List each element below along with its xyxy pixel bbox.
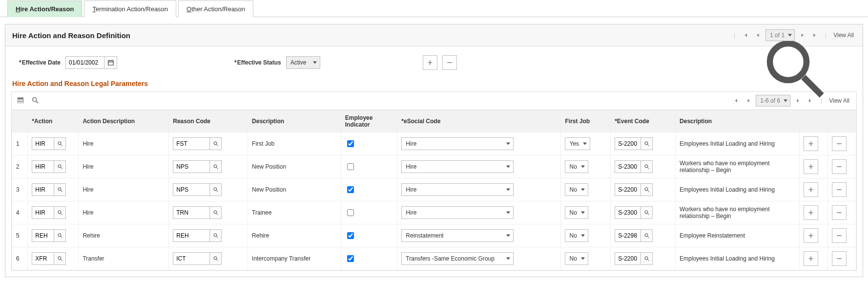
first-job-select[interactable]: No (565, 183, 588, 196)
first-job-select[interactable]: Yes (565, 137, 590, 150)
lookup-icon[interactable] (54, 160, 66, 173)
lookup-icon[interactable] (54, 137, 66, 150)
reason-input[interactable] (173, 229, 210, 242)
effective-status-select[interactable]: Active (286, 56, 320, 69)
grid-first-page-icon[interactable] (730, 96, 740, 106)
add-header-row-button[interactable] (423, 55, 437, 70)
add-row-button[interactable] (804, 205, 818, 220)
reason-input[interactable] (173, 137, 210, 150)
col-event-code[interactable]: *Event Code (611, 110, 676, 132)
calendar-icon[interactable] (104, 56, 117, 69)
add-row-button[interactable] (804, 136, 818, 151)
lookup-icon[interactable] (54, 206, 66, 219)
lookup-icon[interactable] (210, 160, 222, 173)
action-input[interactable] (32, 206, 54, 219)
action-input[interactable] (32, 229, 54, 242)
lookup-icon[interactable] (54, 252, 66, 265)
col-reason[interactable]: Reason Code (169, 110, 248, 132)
delete-row-button[interactable] (832, 205, 847, 220)
add-row-button[interactable] (804, 251, 818, 266)
event-code-input[interactable] (615, 229, 641, 242)
lookup-icon[interactable] (641, 137, 653, 150)
prev-page-icon[interactable] (753, 30, 763, 40)
col-first-job[interactable]: First Job (561, 110, 611, 132)
lookup-icon[interactable] (641, 183, 653, 196)
reason-input[interactable] (173, 160, 210, 173)
esocial-select[interactable]: Hire (401, 160, 514, 173)
reason-input[interactable] (173, 252, 210, 265)
add-row-button[interactable] (804, 159, 818, 174)
event-code-input[interactable] (615, 252, 641, 265)
col-esocial[interactable]: *eSocial Code (397, 110, 561, 132)
tab-other-action[interactable]: Other Action/Reason (178, 0, 253, 17)
action-input[interactable] (32, 137, 54, 150)
last-page-icon[interactable] (810, 30, 820, 40)
lookup-icon[interactable] (641, 252, 653, 265)
view-all-link[interactable]: View All (831, 32, 856, 39)
delete-row-button[interactable] (832, 136, 847, 151)
delete-row-button[interactable] (832, 159, 847, 174)
lookup-icon[interactable] (210, 206, 222, 219)
employee-indicator-checkbox[interactable] (347, 140, 354, 147)
esocial-select[interactable]: Transfers -Same Economic Group (401, 252, 514, 265)
col-event-desc[interactable]: Description (676, 110, 800, 132)
first-job-select[interactable]: No (565, 252, 588, 265)
lookup-icon[interactable] (641, 160, 653, 173)
lookup-icon[interactable] (54, 229, 66, 242)
esocial-select[interactable]: Hire (401, 183, 514, 196)
first-job-select[interactable]: No (565, 229, 588, 242)
col-emp-ind[interactable]: Employee Indicator (341, 110, 397, 132)
tab-termination-action[interactable]: Termination Action/Reason (84, 0, 176, 17)
employee-indicator-checkbox[interactable] (347, 232, 354, 239)
page-range-select[interactable]: 1 of 1 (765, 29, 795, 41)
lookup-icon[interactable] (210, 229, 222, 242)
add-row-button[interactable] (804, 182, 818, 197)
grid-settings-icon[interactable] (17, 96, 24, 106)
grid-next-page-icon[interactable] (793, 96, 803, 106)
event-code-input[interactable] (615, 160, 641, 173)
first-page-icon[interactable] (740, 30, 750, 40)
lookup-icon[interactable] (641, 206, 653, 219)
col-action-desc[interactable]: Action Description (79, 110, 169, 132)
action-desc-cell: Hire (79, 155, 169, 178)
search-icon[interactable] (721, 31, 729, 39)
lookup-icon[interactable] (210, 183, 222, 196)
col-action[interactable]: *Action (28, 110, 79, 132)
lookup-icon[interactable] (54, 183, 66, 196)
effective-date-input[interactable] (65, 56, 104, 69)
remove-header-row-button[interactable] (442, 55, 457, 70)
delete-row-button[interactable] (832, 251, 847, 266)
grid-view-all-link[interactable]: View All (827, 97, 851, 104)
event-code-input[interactable] (615, 206, 641, 219)
lookup-icon[interactable] (210, 252, 222, 265)
reason-lookup (173, 252, 244, 265)
grid-range-select[interactable]: 1-6 of 6 (756, 95, 790, 107)
grid-last-page-icon[interactable] (806, 96, 816, 106)
employee-indicator-checkbox[interactable] (347, 209, 354, 216)
reason-input[interactable] (173, 206, 210, 219)
esocial-select[interactable]: Hire (401, 206, 514, 219)
action-input[interactable] (32, 183, 54, 196)
esocial-select[interactable]: Hire (401, 137, 514, 150)
grid-prev-page-icon[interactable] (743, 96, 753, 106)
event-code-input[interactable] (615, 137, 641, 150)
delete-row-button[interactable] (832, 228, 847, 243)
col-desc[interactable]: Description (248, 110, 341, 132)
employee-indicator-checkbox[interactable] (347, 163, 354, 170)
tab-hire-action[interactable]: Hire Action/Reason (7, 0, 82, 17)
first-job-select[interactable]: No (565, 206, 588, 219)
first-job-select[interactable]: No (565, 160, 588, 173)
action-input[interactable] (32, 160, 54, 173)
delete-row-button[interactable] (832, 182, 847, 197)
reason-input[interactable] (173, 183, 210, 196)
grid-search-icon[interactable] (31, 96, 39, 106)
lookup-icon[interactable] (210, 137, 222, 150)
lookup-icon[interactable] (641, 229, 653, 242)
employee-indicator-checkbox[interactable] (347, 255, 354, 262)
add-row-button[interactable] (804, 228, 818, 243)
action-input[interactable] (32, 252, 54, 265)
event-code-input[interactable] (615, 183, 641, 196)
employee-indicator-checkbox[interactable] (347, 186, 354, 193)
next-page-icon[interactable] (798, 30, 807, 40)
esocial-select[interactable]: Reinstatement (401, 229, 514, 242)
